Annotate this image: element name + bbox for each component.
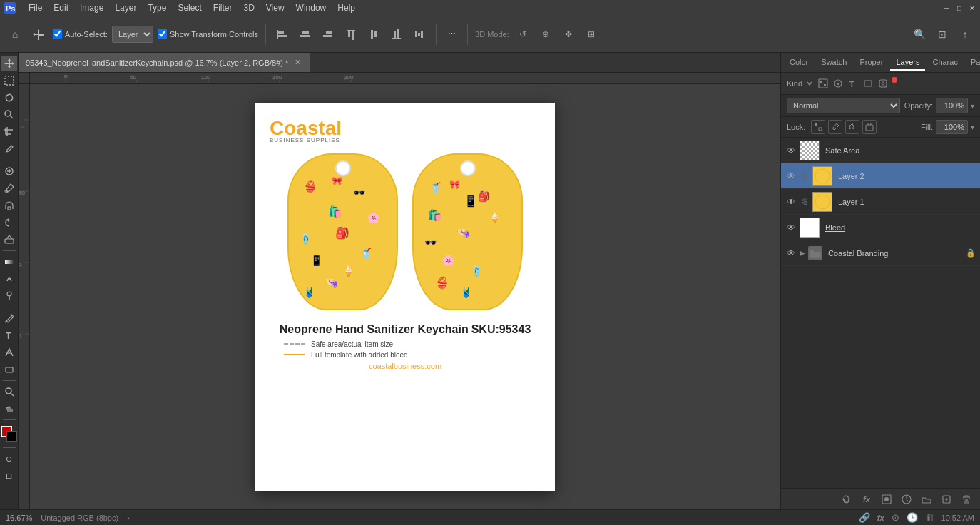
lock-pixel-button[interactable] [811, 120, 825, 134]
filter-type-button[interactable]: T [847, 77, 859, 90]
eyedropper-tool[interactable] [1, 141, 17, 157]
eraser-tool[interactable] [1, 232, 17, 248]
filter-smart-button[interactable] [877, 77, 889, 90]
dodge-tool[interactable] [1, 288, 17, 304]
show-transform-checkbox[interactable]: Show Transform Controls [158, 29, 258, 39]
status-link-icon[interactable]: 🔗 [859, 512, 870, 523]
tab-charac[interactable]: Charac [927, 55, 963, 71]
heal-tool[interactable] [1, 163, 17, 179]
background-color[interactable] [6, 431, 17, 442]
menu-layer[interactable]: Layer [109, 1, 142, 14]
search-button[interactable]: 🔍 [910, 25, 929, 44]
distribute-button[interactable] [410, 25, 429, 44]
hand-tool[interactable] [1, 401, 17, 417]
minimize-button[interactable]: ─ [941, 3, 951, 13]
history-brush-tool[interactable] [1, 215, 17, 230]
layer-item-safe-area[interactable]: 👁 Safe Area [781, 138, 980, 163]
tab-layers[interactable]: Layers [890, 55, 925, 71]
crop-tool[interactable] [1, 124, 17, 140]
3d-slide-button[interactable]: ⊞ [582, 25, 601, 44]
share-button[interactable]: ↑ [956, 25, 974, 44]
status-arrow[interactable]: › [127, 514, 130, 522]
menu-help[interactable]: Help [332, 1, 361, 14]
visibility-layer2[interactable]: 👁 [785, 170, 797, 182]
filter-shape-button[interactable] [862, 77, 874, 90]
align-top-button[interactable] [342, 25, 360, 44]
3d-rotate-button[interactable]: ↺ [514, 25, 532, 44]
pen-tool[interactable] [1, 310, 17, 326]
layer-item-layer1[interactable]: 👁 ⛓ Layer 1 [781, 189, 980, 215]
menu-window[interactable]: Window [290, 1, 332, 14]
menu-edit[interactable]: Edit [48, 1, 74, 14]
link-layers-button[interactable] [839, 491, 854, 507]
opacity-input[interactable]: 100% [936, 98, 968, 113]
menu-type[interactable]: Type [142, 1, 172, 14]
restore-button[interactable]: □ [954, 3, 964, 13]
path-select-tool[interactable] [1, 345, 17, 360]
menu-view[interactable]: View [260, 1, 290, 14]
3d-pan-button[interactable]: ✤ [559, 25, 578, 44]
auto-select-input[interactable] [53, 29, 62, 39]
canvas-viewport[interactable]: Coastal BUSINESS SUPPLIES [30, 84, 780, 509]
blend-mode-select[interactable]: Normal Multiply Screen Overlay [787, 98, 900, 113]
align-right-button[interactable] [319, 25, 337, 44]
visibility-coastal-branding[interactable]: 👁 [785, 248, 797, 259]
opacity-chevron-icon[interactable]: ▾ [971, 102, 974, 110]
close-button[interactable]: ✕ [967, 3, 977, 13]
add-mask-button[interactable] [879, 491, 894, 507]
new-layer-button[interactable] [939, 491, 954, 507]
visibility-bleed[interactable]: 👁 [785, 222, 797, 233]
gradient-tool[interactable] [1, 254, 17, 270]
shape-tool[interactable] [1, 362, 17, 377]
lock-artboard-button[interactable] [862, 120, 877, 134]
lasso-tool[interactable] [1, 90, 17, 106]
align-left-button[interactable] [273, 25, 292, 44]
doc-url[interactable]: coastalbusiness.com [369, 362, 441, 370]
home-button[interactable]: ⌂ [6, 25, 24, 44]
layer-item-bleed[interactable]: 👁 Bleed [781, 215, 980, 240]
menu-image[interactable]: Image [74, 1, 109, 14]
fx-button[interactable]: fx [859, 491, 874, 507]
new-group-button[interactable] [919, 491, 934, 507]
brush-tool[interactable] [1, 180, 17, 196]
tab-close-button[interactable]: ✕ [292, 58, 302, 68]
status-history-icon[interactable]: 🕒 [907, 512, 918, 523]
align-middle-v-button[interactable] [364, 25, 383, 44]
lock-position-button[interactable] [845, 120, 859, 134]
align-center-h-button[interactable] [296, 25, 315, 44]
delete-layer-button[interactable] [959, 491, 974, 507]
fill-chevron-icon[interactable]: ▾ [971, 123, 974, 131]
adjustment-layer-button[interactable] [899, 491, 914, 507]
tab-proper[interactable]: Proper [854, 55, 889, 71]
layer-item-layer2[interactable]: 👁 ⛓ Layer 2 [781, 163, 980, 189]
zoom-tool[interactable] [1, 384, 17, 399]
align-bottom-button[interactable] [387, 25, 406, 44]
document-tab[interactable]: 95343_NeopreneHandSanitizerKeychain.psd … [19, 53, 310, 72]
screen-mode-button[interactable]: ⊡ [933, 25, 951, 44]
show-transform-input[interactable] [158, 29, 167, 39]
status-fx-icon[interactable]: fx [877, 514, 884, 522]
quick-mask-tool[interactable]: ⊙ [1, 451, 17, 467]
quick-select-tool[interactable] [1, 107, 17, 123]
auto-select-dropdown[interactable]: Layer [112, 26, 153, 43]
auto-select-checkbox[interactable]: Auto-Select: [53, 29, 108, 39]
lock-paint-button[interactable] [828, 120, 842, 134]
screen-mode-tool[interactable]: ⊡ [1, 468, 17, 484]
group-arrow-coastal-branding[interactable]: ▶ [800, 249, 805, 257]
type-tool[interactable]: T [1, 327, 17, 343]
visibility-layer1[interactable]: 👁 [785, 196, 797, 208]
move-tool-button[interactable] [29, 24, 49, 44]
status-mask-icon[interactable]: ⊙ [892, 512, 899, 523]
more-options-button[interactable]: ⋯ [444, 24, 460, 44]
visibility-safe-area[interactable]: 👁 [785, 145, 797, 156]
menu-file[interactable]: File [23, 1, 48, 14]
menu-3d[interactable]: 3D [238, 1, 260, 14]
status-trash-icon[interactable]: 🗑 [925, 512, 934, 523]
tab-swatch[interactable]: Swatch [815, 55, 852, 71]
3d-roll-button[interactable]: ⊕ [536, 25, 555, 44]
filter-adjustment-button[interactable] [832, 77, 844, 90]
tab-color[interactable]: Color [784, 55, 814, 71]
color-swatch[interactable] [1, 426, 17, 442]
clone-tool[interactable] [1, 198, 17, 213]
layer-item-coastal-branding[interactable]: 👁 ▶ Coastal Branding 🔒 [781, 240, 980, 266]
